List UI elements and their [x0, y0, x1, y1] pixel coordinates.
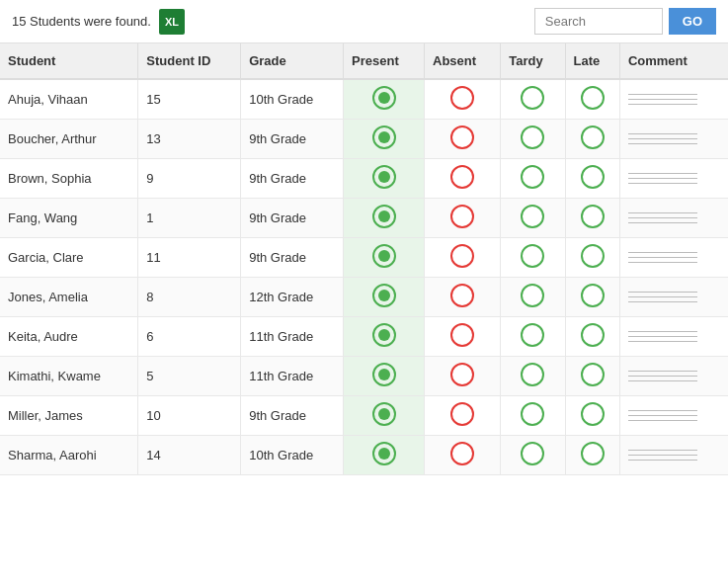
comment-cell	[619, 120, 728, 159]
present-cell[interactable]	[344, 317, 425, 357]
tardy-radio[interactable]	[521, 363, 544, 386]
student-id: 13	[138, 120, 241, 159]
present-cell[interactable]	[344, 357, 425, 396]
late-radio[interactable]	[581, 86, 605, 110]
excel-icon[interactable]: XL	[159, 9, 185, 35]
present-radio[interactable]	[372, 284, 396, 307]
absent-radio[interactable]	[450, 205, 474, 228]
present-cell[interactable]	[344, 396, 425, 436]
absent-radio[interactable]	[450, 165, 474, 189]
late-cell[interactable]	[565, 199, 619, 238]
tardy-cell[interactable]	[501, 317, 565, 357]
tardy-cell[interactable]	[501, 278, 565, 317]
absent-cell[interactable]	[425, 159, 501, 199]
tardy-radio[interactable]	[521, 126, 544, 149]
tardy-cell[interactable]	[501, 199, 565, 238]
absent-radio[interactable]	[450, 323, 474, 347]
present-radio[interactable]	[372, 442, 396, 465]
late-cell[interactable]	[565, 120, 619, 159]
student-grade: 10th Grade	[241, 436, 344, 475]
absent-radio[interactable]	[450, 244, 474, 268]
late-cell[interactable]	[565, 317, 619, 357]
absent-cell[interactable]	[425, 238, 501, 278]
tardy-radio[interactable]	[521, 205, 544, 228]
absent-cell[interactable]	[425, 120, 501, 159]
present-radio[interactable]	[372, 86, 396, 110]
search-input[interactable]	[534, 8, 663, 35]
tardy-radio[interactable]	[521, 86, 544, 110]
present-cell[interactable]	[344, 436, 425, 475]
table-header: Student Student ID Grade Present Absent …	[0, 43, 728, 79]
tardy-radio[interactable]	[521, 402, 544, 426]
comment-line	[628, 178, 697, 179]
absent-radio[interactable]	[450, 126, 474, 149]
present-cell[interactable]	[344, 79, 425, 120]
late-radio[interactable]	[581, 363, 605, 386]
late-radio[interactable]	[581, 402, 605, 426]
absent-radio[interactable]	[450, 402, 474, 426]
tardy-radio[interactable]	[521, 323, 544, 347]
table-row: Ahuja, Vihaan1510th Grade	[0, 79, 728, 120]
tardy-radio[interactable]	[521, 442, 544, 465]
tardy-cell[interactable]	[501, 120, 565, 159]
present-radio[interactable]	[372, 244, 396, 268]
tardy-radio[interactable]	[521, 165, 544, 189]
late-cell[interactable]	[565, 159, 619, 199]
absent-cell[interactable]	[425, 317, 501, 357]
tardy-cell[interactable]	[501, 357, 565, 396]
absent-radio[interactable]	[450, 284, 474, 307]
tardy-radio[interactable]	[521, 284, 544, 307]
absent-radio[interactable]	[450, 86, 474, 110]
present-cell[interactable]	[344, 199, 425, 238]
absent-cell[interactable]	[425, 436, 501, 475]
late-radio[interactable]	[581, 126, 605, 149]
present-cell[interactable]	[344, 159, 425, 199]
tardy-cell[interactable]	[501, 79, 565, 120]
absent-cell[interactable]	[425, 357, 501, 396]
comment-line	[628, 99, 697, 100]
absent-cell[interactable]	[425, 396, 501, 436]
tardy-cell[interactable]	[501, 238, 565, 278]
late-radio[interactable]	[581, 165, 605, 189]
present-radio[interactable]	[372, 323, 396, 347]
present-radio[interactable]	[372, 126, 396, 149]
tardy-cell[interactable]	[501, 396, 565, 436]
present-radio[interactable]	[372, 363, 396, 386]
present-radio[interactable]	[372, 402, 396, 426]
late-radio[interactable]	[581, 284, 605, 307]
late-radio[interactable]	[581, 205, 605, 228]
tardy-radio[interactable]	[521, 244, 544, 268]
present-radio[interactable]	[372, 205, 396, 228]
present-cell[interactable]	[344, 120, 425, 159]
present-cell[interactable]	[344, 238, 425, 278]
comment-line	[628, 262, 697, 263]
student-name: Brown, Sophia	[0, 159, 138, 199]
late-cell[interactable]	[565, 436, 619, 475]
col-tardy: Tardy	[501, 43, 565, 79]
late-cell[interactable]	[565, 79, 619, 120]
comment-line	[628, 331, 697, 332]
late-cell[interactable]	[565, 396, 619, 436]
absent-cell[interactable]	[425, 79, 501, 120]
comment-line	[628, 460, 697, 461]
student-grade: 9th Grade	[241, 238, 344, 278]
late-cell[interactable]	[565, 278, 619, 317]
absent-radio[interactable]	[450, 363, 474, 386]
present-cell[interactable]	[344, 278, 425, 317]
absent-radio[interactable]	[450, 442, 474, 465]
students-table: Student Student ID Grade Present Absent …	[0, 43, 728, 475]
late-cell[interactable]	[565, 238, 619, 278]
student-name: Keita, Audre	[0, 317, 138, 357]
present-radio[interactable]	[372, 165, 396, 189]
tardy-cell[interactable]	[501, 436, 565, 475]
tardy-cell[interactable]	[501, 159, 565, 199]
absent-cell[interactable]	[425, 199, 501, 238]
top-left: 15 Students were found. XL	[12, 9, 185, 35]
late-radio[interactable]	[581, 323, 605, 347]
comment-cell	[619, 238, 728, 278]
go-button[interactable]: GO	[669, 8, 716, 35]
late-cell[interactable]	[565, 357, 619, 396]
late-radio[interactable]	[581, 244, 605, 268]
absent-cell[interactable]	[425, 278, 501, 317]
late-radio[interactable]	[581, 442, 605, 465]
